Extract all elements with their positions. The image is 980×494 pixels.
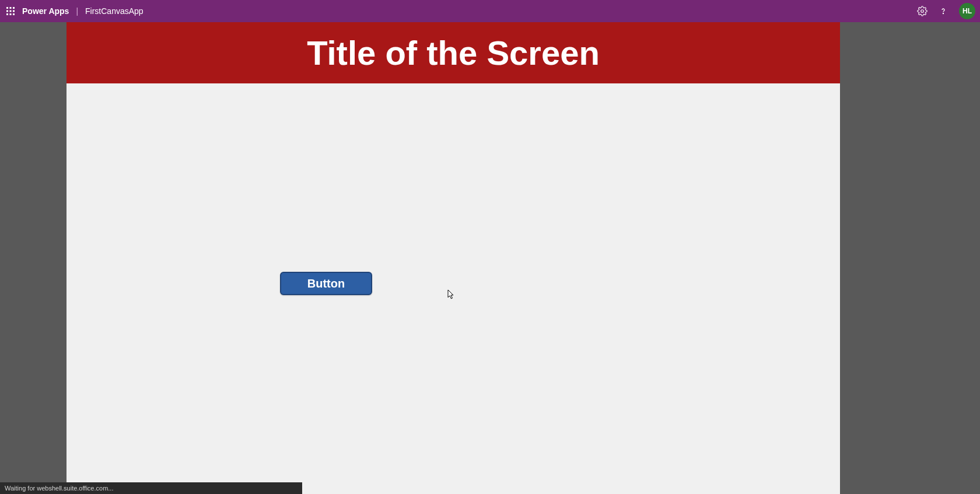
browser-status-bar: Waiting for webshell.suite.office.com... [0, 482, 302, 494]
header-left: Power Apps | FirstCanvasApp [5, 5, 144, 17]
svg-rect-1 [10, 7, 12, 9]
svg-rect-0 [6, 7, 8, 9]
avatar-initials: HL [963, 7, 972, 15]
settings-icon[interactable] [917, 6, 928, 16]
svg-rect-7 [10, 13, 12, 15]
help-icon[interactable] [938, 6, 949, 16]
header-divider: | [76, 6, 78, 16]
user-avatar[interactable]: HL [959, 3, 975, 19]
status-text: Waiting for webshell.suite.office.com... [5, 485, 113, 492]
brand-label[interactable]: Power Apps [22, 6, 69, 16]
svg-rect-3 [6, 10, 8, 12]
svg-point-9 [921, 10, 924, 13]
app-launcher-icon[interactable] [5, 5, 16, 17]
header-right: HL [917, 3, 975, 19]
app-canvas: Title of the Screen Button [66, 22, 840, 494]
screen-title: Title of the Screen [307, 33, 600, 72]
primary-button[interactable]: Button [280, 272, 372, 295]
svg-rect-2 [13, 7, 15, 9]
app-name-label[interactable]: FirstCanvasApp [85, 6, 144, 16]
app-header: Power Apps | FirstCanvasApp HL [0, 0, 980, 22]
screen-title-bar: Title of the Screen [66, 22, 840, 83]
mouse-cursor-icon [447, 289, 456, 302]
svg-rect-5 [13, 10, 15, 12]
button-label: Button [307, 277, 345, 290]
svg-rect-6 [6, 13, 8, 15]
svg-point-10 [943, 13, 943, 13]
svg-rect-4 [10, 10, 12, 12]
svg-rect-8 [13, 13, 15, 15]
